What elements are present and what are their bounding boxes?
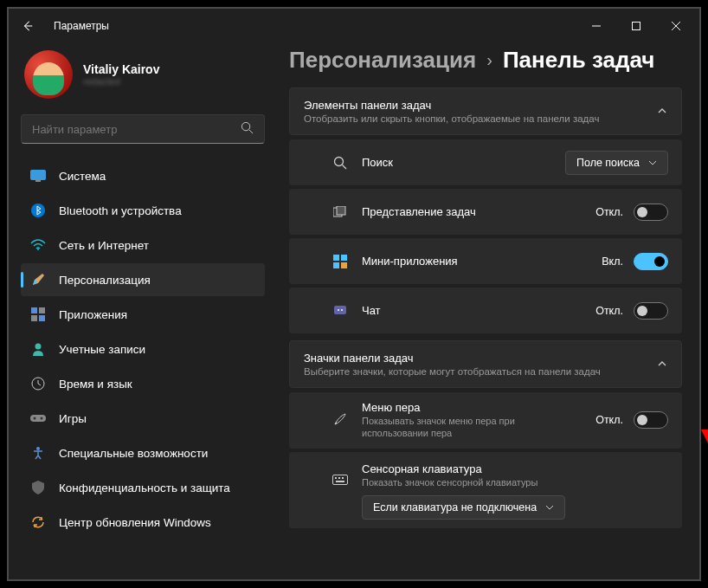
- nav-label: Время и язык: [59, 378, 132, 391]
- row-label: Поиск: [362, 156, 393, 169]
- row-touch-keyboard: Сенсорная клавиатура Показать значок сен…: [289, 451, 682, 528]
- breadcrumb: Персонализация › Панель задач: [289, 47, 682, 74]
- chevron-down-icon: [545, 503, 554, 512]
- window-body: Vitaliy Kairov redacted Система Bluetoot…: [9, 43, 699, 579]
- sidebar-item-bluetooth[interactable]: Bluetooth и устройства: [21, 194, 265, 227]
- svg-point-26: [335, 423, 337, 424]
- widgets-toggle[interactable]: [634, 253, 668, 270]
- keyboard-icon: [331, 475, 350, 485]
- row-taskview: Представление задач Откл.: [289, 188, 682, 235]
- sidebar-item-accounts[interactable]: Учетные записи: [21, 333, 265, 365]
- svg-rect-18: [337, 206, 345, 215]
- svg-rect-0: [633, 23, 640, 30]
- sidebar-item-privacy[interactable]: Конфиденциальность и защита: [21, 471, 265, 504]
- window-title: Параметры: [54, 20, 109, 32]
- profile[interactable]: Vitaliy Kairov redacted: [21, 43, 265, 114]
- sidebar-item-update[interactable]: Центр обновления Windows: [21, 506, 265, 539]
- section-header[interactable]: Элементы панели задач Отобразить или скр…: [290, 88, 681, 134]
- svg-rect-19: [333, 255, 339, 261]
- search-input[interactable]: [32, 123, 241, 136]
- sidebar-item-personalization[interactable]: Персонализация: [21, 263, 265, 296]
- pen-toggle[interactable]: [634, 411, 668, 429]
- wifi-icon: [29, 237, 47, 253]
- chevron-up-icon: [657, 357, 667, 372]
- page-title: Панель задач: [503, 47, 655, 74]
- row-label: Сенсорная клавиатура: [362, 462, 668, 475]
- row-search: Поиск Поле поиска: [289, 139, 682, 185]
- svg-rect-23: [334, 306, 346, 314]
- svg-rect-21: [333, 262, 339, 268]
- svg-point-16: [335, 157, 344, 165]
- paintbrush-icon: [29, 272, 47, 288]
- section-taskbar-items: Элементы панели задач Отобразить или скр…: [289, 87, 682, 135]
- svg-rect-7: [39, 307, 45, 313]
- dropdown-value: Если клавиатура не подключена: [373, 501, 537, 514]
- svg-point-25: [341, 309, 343, 311]
- svg-rect-29: [338, 477, 340, 479]
- nav-label: Сеть и Интернет: [59, 239, 149, 252]
- row-widgets: Мини-приложения Вкл.: [289, 237, 682, 284]
- chevron-up-icon: [657, 104, 667, 120]
- section-subtitle: Выберите значки, которые могут отображат…: [304, 366, 601, 377]
- search-mode-dropdown[interactable]: Поле поиска: [565, 151, 668, 175]
- sidebar-item-time[interactable]: Время и язык: [21, 367, 265, 400]
- apps-icon: [29, 307, 47, 322]
- nav-label: Центр обновления Windows: [59, 516, 211, 529]
- svg-point-14: [41, 417, 43, 420]
- chat-icon: [331, 304, 350, 318]
- taskview-icon: [331, 206, 350, 218]
- svg-rect-9: [39, 315, 45, 321]
- sidebar-item-network[interactable]: Сеть и Интернет: [21, 229, 265, 262]
- svg-rect-3: [35, 180, 41, 182]
- titlebar: Параметры: [9, 9, 699, 43]
- pen-icon: [331, 412, 350, 428]
- section-header[interactable]: Значки панели задач Выберите значки, кот…: [290, 341, 681, 387]
- keyboard-mode-dropdown[interactable]: Если клавиатура не подключена: [362, 495, 565, 520]
- sidebar-item-accessibility[interactable]: Специальные возможности: [21, 436, 265, 469]
- accessibility-icon: [29, 445, 47, 461]
- nav-label: Персонализация: [59, 274, 151, 287]
- chat-toggle[interactable]: [634, 302, 668, 320]
- nav-label: Система: [59, 170, 106, 183]
- nav-label: Учетные записи: [59, 343, 145, 356]
- shield-icon: [29, 480, 47, 495]
- avatar: [24, 50, 73, 99]
- sidebar-item-apps[interactable]: Приложения: [21, 298, 265, 331]
- svg-rect-2: [31, 171, 46, 180]
- sidebar-item-system[interactable]: Система: [21, 159, 265, 192]
- svg-marker-33: [701, 430, 708, 449]
- svg-rect-6: [31, 307, 37, 313]
- toggle-state: Откл.: [595, 305, 623, 317]
- svg-rect-30: [342, 477, 344, 479]
- section-taskbar-icons: Значки панели задач Выберите значки, кот…: [289, 340, 682, 388]
- search-icon: [241, 121, 254, 138]
- search-icon: [331, 156, 350, 170]
- arrow-left-icon: [22, 20, 34, 32]
- svg-rect-20: [341, 255, 347, 261]
- search-box[interactable]: [21, 114, 265, 144]
- back-button[interactable]: [12, 10, 43, 42]
- bluetooth-icon: [29, 203, 47, 218]
- breadcrumb-parent[interactable]: Персонализация: [289, 47, 476, 74]
- main-panel: Персонализация › Панель задач Элементы п…: [277, 43, 699, 579]
- row-subtitle: Показывать значок меню пера при использо…: [362, 415, 552, 440]
- toggle-state: Откл.: [595, 206, 623, 218]
- person-icon: [29, 341, 47, 357]
- svg-rect-31: [336, 481, 344, 482]
- sidebar: Vitaliy Kairov redacted Система Bluetoot…: [9, 43, 277, 579]
- maximize-button[interactable]: [616, 12, 656, 40]
- toggle-state: Откл.: [595, 414, 623, 426]
- minimize-button[interactable]: [576, 12, 616, 40]
- nav-label: Специальные возможности: [59, 447, 208, 460]
- svg-point-24: [338, 309, 339, 311]
- row-chat: Чат Откл.: [289, 287, 682, 333]
- close-button[interactable]: [656, 12, 696, 40]
- section-title: Значки панели задач: [304, 352, 601, 365]
- svg-point-13: [34, 417, 36, 420]
- nav-label: Игры: [59, 412, 87, 425]
- sidebar-item-gaming[interactable]: Игры: [21, 402, 265, 435]
- row-label: Представление задач: [362, 205, 476, 218]
- clock-icon: [29, 376, 47, 391]
- taskview-toggle[interactable]: [634, 204, 668, 221]
- svg-rect-28: [335, 477, 337, 479]
